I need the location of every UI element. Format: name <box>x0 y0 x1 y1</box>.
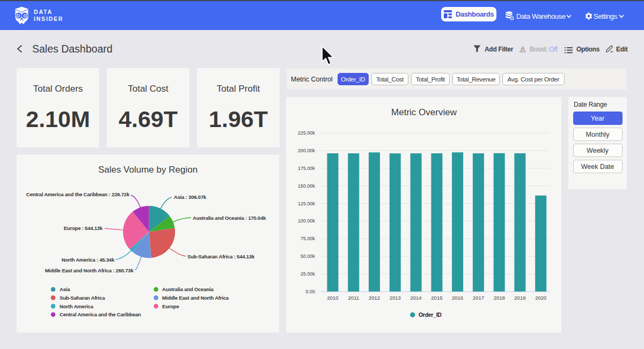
svg-text:Order_ID: Order_ID <box>419 311 442 318</box>
svg-text:Sub-Saharan Africa : 544.13k: Sub-Saharan Africa : 544.13k <box>187 254 255 259</box>
svg-text:Asia : 306.07k: Asia : 306.07k <box>174 194 207 200</box>
svg-text:175.00k: 175.00k <box>298 166 316 171</box>
svg-text:150.00k: 150.00k <box>298 183 316 189</box>
svg-text:Central America and the Caribb: Central America and the Caribbean <box>60 311 141 317</box>
svg-text:Sub-Saharan Africa: Sub-Saharan Africa <box>60 295 105 301</box>
svg-text:Australia and Oceania : 170.04: Australia and Oceania : 170.04k <box>193 215 266 221</box>
svg-text:2011: 2011 <box>348 295 359 301</box>
svg-text:Asia: Asia <box>60 286 70 292</box>
svg-text:Europe : 544.13k: Europe : 544.13k <box>64 225 103 231</box>
svg-text:2012: 2012 <box>369 295 380 301</box>
svg-text:50.00k: 50.00k <box>301 254 316 259</box>
svg-text:2016: 2016 <box>452 295 463 301</box>
svg-text:2013: 2013 <box>390 295 401 301</box>
svg-text:2017: 2017 <box>473 295 484 301</box>
svg-text:Central America and the Caribb: Central America and the Caribbean : 226.… <box>26 191 130 197</box>
svg-text:200.00k: 200.00k <box>298 148 316 153</box>
svg-text:Metric Overview: Metric Overview <box>391 107 457 117</box>
svg-text:25.00k: 25.00k <box>301 271 316 277</box>
svg-text:2018: 2018 <box>494 295 505 301</box>
svg-text:2019: 2019 <box>514 295 525 301</box>
svg-text:125.00k: 125.00k <box>298 201 316 206</box>
svg-text:75.00k: 75.00k <box>301 236 316 241</box>
svg-text:Europe: Europe <box>162 303 179 309</box>
svg-text:Middle East and North Africa :: Middle East and North Africa : 260.73k <box>45 268 134 273</box>
svg-text:2015: 2015 <box>431 295 442 301</box>
svg-text:Australia and Oceania: Australia and Oceania <box>162 286 214 292</box>
svg-text:2010: 2010 <box>327 295 338 301</box>
svg-text:Middle East and North Africa: Middle East and North Africa <box>162 295 229 301</box>
svg-text:100.00k: 100.00k <box>298 218 316 224</box>
svg-text:Sales Volume by Region: Sales Volume by Region <box>98 165 197 175</box>
svg-text:0.00: 0.00 <box>305 289 315 294</box>
svg-text:North America: North America <box>60 303 93 309</box>
svg-text:2014: 2014 <box>411 295 422 301</box>
svg-text:2020: 2020 <box>535 295 546 301</box>
svg-text:North America : 45.34k: North America : 45.34k <box>62 257 115 263</box>
svg-text:225.00k: 225.00k <box>298 130 316 136</box>
